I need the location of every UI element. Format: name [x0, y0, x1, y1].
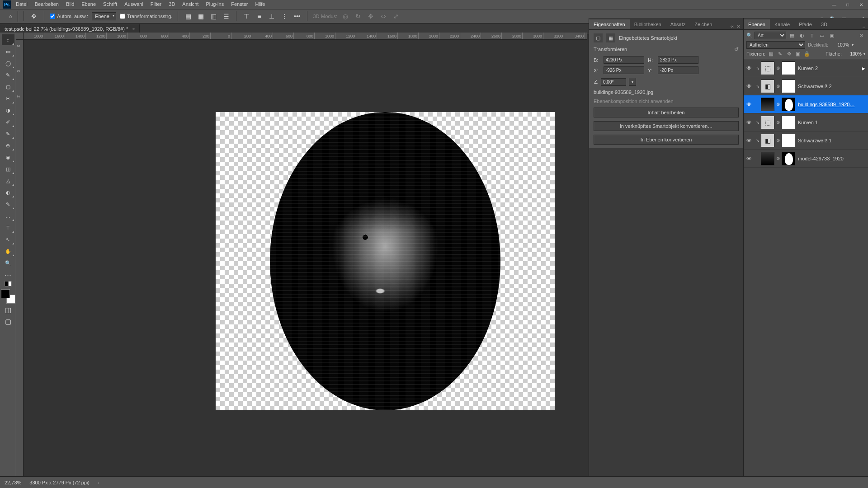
path-select-tool[interactable]: ↖ — [2, 234, 14, 245]
align-bottom-icon[interactable]: ⊥ — [267, 12, 276, 21]
layer-name[interactable]: Schwarzweiß 1 — [798, 138, 865, 143]
fill-slider-icon[interactable]: ▾ — [863, 52, 865, 56]
menu-item[interactable]: Ebene — [78, 0, 99, 8]
fg-bg-swatches[interactable] — [1, 289, 15, 304]
align-center-h-icon[interactable]: ▦ — [196, 12, 205, 21]
mask-thumb[interactable] — [782, 98, 795, 111]
layer-name[interactable]: buildings-936589_1920… — [798, 102, 865, 107]
status-more-icon[interactable]: › — [98, 480, 99, 485]
visibility-icon[interactable]: 👁 — [744, 101, 755, 108]
align-left-icon[interactable]: ▤ — [184, 12, 193, 21]
convert-linked-button[interactable]: In verknüpftes Smartobjekt konvertieren… — [594, 121, 739, 131]
x-input[interactable] — [604, 66, 644, 74]
auto-select-target-select[interactable]: Ebene — [92, 12, 116, 20]
doc-info[interactable]: 3300 Px x 2779 Px (72 ppi) — [29, 480, 90, 485]
mask-thumb[interactable] — [782, 152, 795, 165]
healing-brush-tool[interactable]: ✐ — [2, 117, 14, 127]
default-swatches-icon[interactable] — [5, 281, 12, 286]
history-brush-tool[interactable]: ◉ — [2, 152, 14, 163]
tab-character[interactable]: Zeichen — [690, 19, 717, 29]
lasso-tool[interactable]: ◯ — [2, 58, 14, 69]
opacity-input[interactable] — [831, 42, 849, 47]
quickmask-icon[interactable]: ◫ — [2, 305, 14, 315]
layer-name[interactable]: model-429733_1920 — [798, 156, 865, 161]
mask-thumb[interactable] — [782, 61, 795, 75]
layer-name[interactable]: Schwarzweiß 2 — [798, 84, 865, 89]
layers-list[interactable]: 👁 ↘ ⬚ ⊗ Kurven 2 ▸ 👁 ↘ ◧ ⊗ Schwarzweiß — [744, 59, 868, 476]
tab-libraries[interactable]: Bibliotheken — [630, 19, 666, 29]
ruler-vertical[interactable]: 002 — [16, 40, 24, 476]
visibility-icon[interactable]: 👁 — [744, 83, 755, 89]
adjustment-thumb-icon[interactable]: ⬚ — [761, 116, 774, 129]
layer-thumb[interactable] — [761, 98, 774, 111]
align-right-icon[interactable]: ▥ — [209, 12, 218, 21]
visibility-icon[interactable]: 👁 — [744, 137, 755, 144]
fill-input[interactable] — [844, 52, 862, 56]
lock-artboard-icon[interactable]: ▣ — [794, 51, 802, 57]
tab-paragraph[interactable]: Absatz — [666, 19, 690, 29]
width-input[interactable] — [604, 56, 644, 64]
more-align-icon[interactable]: ••• — [292, 12, 302, 21]
layer-row[interactable]: 👁 ⊗ model-429733_1920 — [744, 150, 868, 168]
blur-tool[interactable]: ◐ — [2, 187, 14, 198]
close-panel-icon[interactable]: ✕ — [736, 23, 741, 29]
menu-item[interactable]: Datei — [12, 0, 31, 8]
transform-controls-checkbox[interactable]: Transformationsstrg. — [120, 14, 172, 19]
link-mask-icon[interactable]: ⊗ — [775, 66, 781, 70]
maximize-button[interactable]: □ — [841, 0, 854, 9]
lock-paint-icon[interactable]: ✎ — [776, 51, 783, 57]
layer-row[interactable]: 👁 ↘ ⬚ ⊗ Kurven 1 — [744, 113, 868, 131]
search-icon[interactable]: 🔍 — [746, 33, 753, 38]
ruler-horizontal[interactable]: 1800160014001200100080060040020002004006… — [24, 33, 587, 40]
menu-item[interactable]: Auswahl — [121, 0, 147, 8]
mask-thumb[interactable] — [782, 80, 795, 93]
filter-type-icon[interactable]: T — [808, 32, 816, 39]
dodge-tool[interactable]: ✎ — [2, 199, 14, 210]
tab-properties[interactable]: Eigenschaften — [589, 19, 630, 29]
menu-item[interactable]: Bearbeiten — [31, 0, 62, 8]
screenmode-icon[interactable]: ▢ — [2, 316, 14, 327]
distribute-h-icon[interactable]: ☰ — [222, 12, 231, 21]
type-tool[interactable]: T — [2, 222, 14, 233]
edit-contents-button[interactable]: Inhalt bearbeiten — [594, 108, 739, 117]
adjustment-thumb-icon[interactable]: ◧ — [761, 134, 774, 147]
link-mask-icon[interactable]: ⊗ — [775, 138, 781, 143]
zoom-level[interactable]: 22,73% — [5, 480, 21, 485]
layer-name[interactable]: Kurven 2 — [798, 66, 861, 71]
link-mask-icon[interactable]: ⊗ — [775, 156, 781, 161]
filter-adjust-icon[interactable]: ◐ — [798, 32, 806, 39]
blend-mode-select[interactable]: Aufhellen — [746, 41, 805, 49]
filter-pixel-icon[interactable]: ▦ — [788, 32, 796, 39]
convert-layers-button[interactable]: In Ebenen konvertieren — [594, 135, 739, 145]
pen-tool[interactable]: … — [2, 211, 14, 221]
close-button[interactable]: ✕ — [854, 0, 868, 9]
close-tab-icon[interactable]: × — [132, 27, 135, 32]
layer-row[interactable]: 👁 ↘ ⬚ ⊗ Kurven 2 ▸ — [744, 59, 868, 77]
layer-thumb[interactable] — [761, 152, 774, 165]
edit-toolbar[interactable]: ⋯ — [2, 269, 14, 280]
canvas-viewport[interactable] — [24, 40, 587, 476]
panel-menu-icon[interactable]: ≡ — [863, 24, 865, 29]
home-icon[interactable]: ⌂ — [4, 11, 18, 22]
adjustment-thumb-icon[interactable]: ◧ — [761, 80, 774, 93]
marquee-tool[interactable]: ▭ — [2, 46, 14, 57]
height-input[interactable] — [658, 56, 698, 64]
fg-color[interactable] — [1, 289, 10, 298]
visibility-icon[interactable]: 👁 — [744, 155, 755, 162]
zoom-tool[interactable]: 🔍 — [2, 258, 14, 268]
visibility-icon[interactable]: 👁 — [744, 119, 755, 126]
eraser-tool[interactable]: ◫ — [2, 164, 14, 174]
hand-tool[interactable]: ✋ — [2, 246, 14, 257]
distribute-v-icon[interactable]: ⋮ — [280, 12, 289, 21]
mask-thumb[interactable] — [782, 116, 795, 129]
lock-position-icon[interactable]: ✥ — [785, 51, 793, 57]
angle-input[interactable] — [601, 78, 626, 86]
menu-item[interactable]: Filter — [147, 0, 165, 8]
move-tool[interactable]: ↕ — [2, 34, 14, 45]
brush-tool[interactable]: ✎ — [2, 128, 14, 139]
filter-smart-icon[interactable]: ▣ — [828, 32, 836, 39]
menu-item[interactable]: Bild — [62, 0, 78, 8]
lock-all-icon[interactable]: 🔒 — [803, 51, 811, 57]
collapse-panel-icon[interactable]: ‹‹ — [731, 23, 734, 29]
reset-transform-icon[interactable]: ↺ — [734, 46, 739, 52]
